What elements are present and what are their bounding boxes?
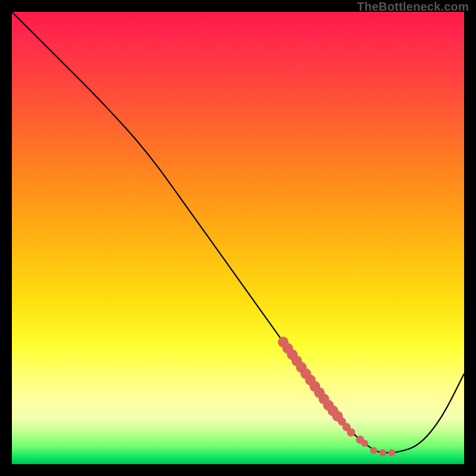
- highlight-dot: [370, 447, 377, 454]
- highlight-dot: [361, 440, 368, 447]
- chart-container: TheBottleneck.com: [0, 0, 476, 476]
- chart-overlay: [12, 12, 464, 464]
- highlight-dot: [379, 449, 386, 456]
- optimal-region-dots: [278, 337, 395, 456]
- highlight-dot: [347, 428, 355, 437]
- highlight-dot: [388, 449, 395, 456]
- bottleneck-curve: [12, 12, 464, 453]
